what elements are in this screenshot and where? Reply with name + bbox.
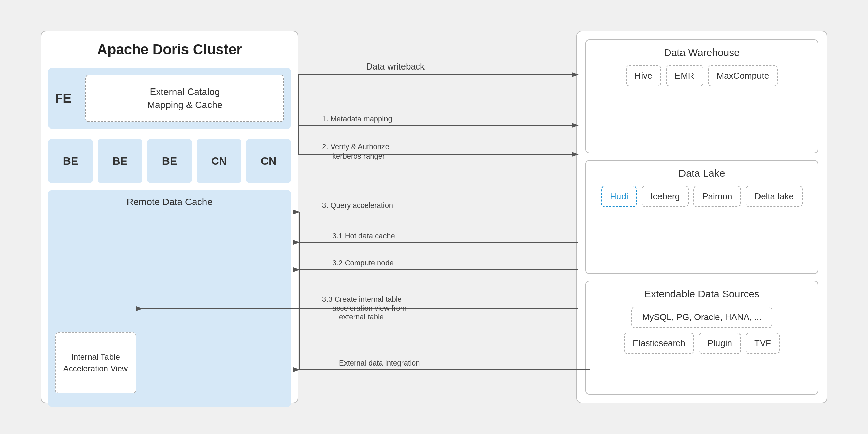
create-internal-label-1: 3.3 Create internal table — [322, 295, 402, 303]
be-node-2: BE — [98, 139, 142, 183]
data-lake-title: Data Lake — [593, 167, 811, 179]
data-lake-items: Hudi Iceberg Paimon Delta lake — [593, 186, 811, 207]
lower-cn-node-2 — [231, 212, 284, 253]
cn-node-1: CN — [197, 139, 241, 183]
data-lake-section: Data Lake Hudi Iceberg Paimon Delta lake — [585, 160, 818, 274]
compute-node-label: 3.2 Compute node — [332, 259, 394, 267]
fe-label: FE — [55, 91, 79, 106]
cluster-title: Apache Doris Cluster — [48, 41, 291, 58]
bottom-node-3 — [240, 332, 284, 393]
query-acceleration-label: 3. Query acceleration — [322, 201, 393, 210]
be-node-1: BE — [48, 139, 93, 183]
bottom-node-1 — [143, 332, 187, 393]
verify-authorize-label-2: kerberos ranger — [332, 152, 385, 160]
elasticsearch-item: Elasticsearch — [624, 333, 694, 354]
mysql-pg-oracle-item: MySQL, PG, Oracle, HANA, ... — [631, 307, 773, 328]
bottom-node-2 — [192, 332, 235, 393]
ext-catalog-box: External CatalogMapping & Cache — [85, 75, 284, 122]
fe-section: FE External CatalogMapping & Cache — [48, 68, 291, 129]
internal-table-box: Internal TableAcceleration View — [55, 332, 136, 393]
cn-node-2: CN — [246, 139, 291, 183]
hive-item: Hive — [626, 65, 661, 86]
hot-data-cache-label: 3.1 Hot data cache — [332, 232, 395, 240]
lower-be-node-2 — [114, 212, 167, 253]
lower-section: Remote Data Cache Internal TableAccelera… — [48, 190, 291, 407]
hudi-item: Hudi — [601, 186, 637, 207]
data-warehouse-items: Hive EMR MaxCompute — [593, 65, 811, 86]
internal-table-text: Internal TableAcceleration View — [63, 351, 128, 374]
remote-cache-label: Remote Data Cache — [55, 197, 284, 208]
maxcompute-item: MaxCompute — [708, 65, 778, 86]
ext-data-sources-section: Extendable Data Sources MySQL, PG, Oracl… — [585, 281, 818, 395]
data-warehouse-title: Data Warehouse — [593, 47, 811, 58]
iceberg-item: Iceberg — [642, 186, 689, 207]
lower-be-node-1 — [55, 212, 109, 253]
create-internal-label-3: external table — [339, 313, 384, 321]
be-node-3: BE — [147, 139, 192, 183]
ext-data-sources-row1: MySQL, PG, Oracle, HANA, ... — [593, 307, 811, 328]
ext-catalog-text: External CatalogMapping & Cache — [147, 85, 223, 112]
data-warehouse-section: Data Warehouse Hive EMR MaxCompute — [585, 39, 818, 153]
ext-data-sources-title: Extendable Data Sources — [593, 288, 811, 300]
lower-nodes-row — [55, 212, 284, 253]
doris-cluster: Apache Doris Cluster FE External Catalog… — [41, 31, 298, 403]
data-writeback-label: Data writeback — [366, 61, 425, 72]
metadata-mapping-label: 1. Metadata mapping — [322, 115, 392, 123]
plugin-item: Plugin — [699, 333, 741, 354]
be-cn-row: BE BE BE CN CN — [48, 139, 291, 183]
lower-cn-node-1 — [172, 212, 226, 253]
verify-authorize-label-1: 2. Verify & Authorize — [322, 142, 389, 151]
full-diagram: Apache Doris Cluster FE External Catalog… — [27, 17, 841, 417]
create-internal-label-2: acceleration view from — [332, 304, 407, 312]
delta-lake-item: Delta lake — [746, 186, 803, 207]
right-panel: Data Warehouse Hive EMR MaxCompute Data … — [576, 31, 827, 403]
tvf-item: TVF — [746, 333, 780, 354]
ext-data-integration-label: External data integration — [339, 359, 420, 367]
ext-data-sources-row2: Elasticsearch Plugin TVF — [593, 333, 811, 354]
emr-item: EMR — [666, 65, 703, 86]
paimon-item: Paimon — [693, 186, 741, 207]
